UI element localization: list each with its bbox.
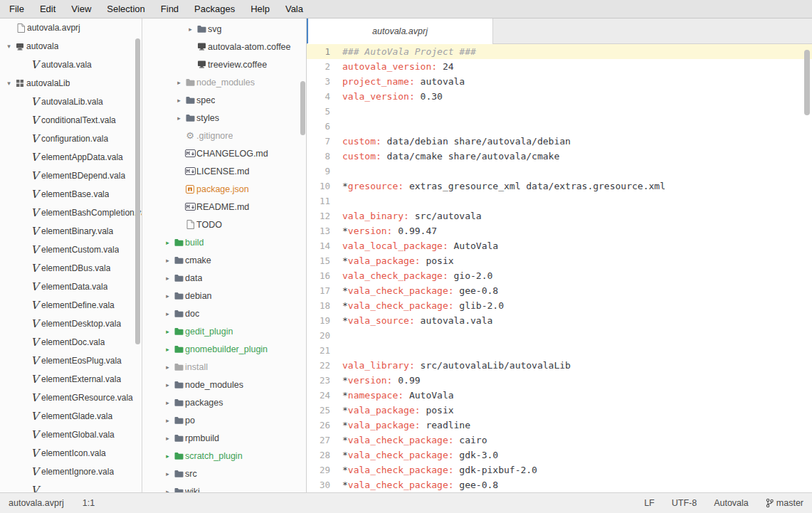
line-number[interactable]: 23 [307,373,342,388]
line-number[interactable]: 10 [307,179,342,194]
tree-item-autovala-atom.coffee[interactable]: autovala-atom.coffee [142,38,306,55]
editor-scrollbar[interactable] [804,50,810,115]
line-number[interactable]: 24 [307,388,342,403]
code-line-3[interactable]: 3project_name: autovala [307,74,812,89]
tree-item-doc[interactable]: ▸doc [142,305,306,322]
chevron-right-icon[interactable]: ▸ [163,381,172,388]
line-number[interactable]: 4 [307,89,342,104]
symbols-item-elementAppData.vala[interactable]: VelementAppData.vala [0,148,142,166]
tree-item-README.md[interactable]: README.md [142,198,306,216]
symbols-item-elementCustom.vala[interactable]: VelementCustom.vala [0,240,142,259]
chevron-right-icon[interactable]: ▸ [186,26,195,33]
code-line-13[interactable]: 13*version: 0.99.47 [307,223,812,238]
symbols-item-autovala.vala[interactable]: Vautovala.vala [0,55,142,74]
chevron-right-icon[interactable]: ▸ [163,417,172,424]
code-line-17[interactable]: 17*vala_check_package: gee-0.8 [307,283,812,298]
menu-edit[interactable]: Edit [32,0,63,18]
symbols-item-autovala.avprj[interactable]: autovala.avprj [0,18,142,37]
status-file-name[interactable]: autovala.avprj [9,498,64,508]
code-line-2[interactable]: 2autovala_version: 24 [307,59,812,74]
symbols-item-elementBase.vala[interactable]: VelementBase.vala [0,185,142,203]
tree-item-package.json[interactable]: package.json [142,180,306,198]
tree-item-packages[interactable]: ▸packages [142,393,306,411]
symbols-item-elementBDepend.vala[interactable]: VelementBDepend.vala [0,166,142,185]
code-line-21[interactable]: 21 [307,343,812,358]
tree-item-cmake[interactable]: ▸cmake [142,251,306,269]
symbols-item-elementIgnore.vala[interactable]: VelementIgnore.vala [0,462,142,481]
symbols-item-elementDesktop.vala[interactable]: VelementDesktop.vala [0,314,142,333]
line-number[interactable]: 8 [307,149,342,164]
tree-item-po[interactable]: ▸po [142,411,306,429]
chevron-right-icon[interactable]: ▸ [163,346,172,353]
line-number[interactable]: 20 [307,328,342,343]
tree-item-node_modules[interactable]: ▸node_modules [142,73,306,91]
code-line-9[interactable]: 9 [307,164,812,179]
code-line-8[interactable]: 8custom: data/cmake share/autovala/cmake [307,149,812,164]
tree-item-src[interactable]: ▸src [142,465,306,482]
tab-autovala-avprj[interactable]: autovala.avprj [307,18,493,44]
symbols-panel-scrollbar[interactable] [135,38,140,344]
tree-item-LICENSE.md[interactable]: LICENSE.md [142,162,306,180]
status-git-branch[interactable]: master [766,498,803,508]
chevron-right-icon[interactable]: ▸ [174,97,184,104]
symbols-item-elementIcon.vala[interactable]: VelementIcon.vala [0,444,142,462]
chevron-right-icon[interactable]: ▸ [163,364,172,371]
line-number[interactable]: 26 [307,418,342,433]
code-line-19[interactable]: 19*vala_source: autovala.vala [307,313,812,328]
symbols-item-elementData.vala[interactable]: VelementData.vala [0,277,142,296]
line-number[interactable]: 18 [307,298,342,313]
line-number[interactable]: 1 [307,44,342,59]
menu-file[interactable]: File [1,0,32,18]
tree-item-treeview.coffee[interactable]: treeview.coffee [142,55,306,73]
chevron-right-icon[interactable]: ▸ [163,275,172,282]
code-line-27[interactable]: 27*vala_check_package: cairo [307,433,812,448]
code-line-11[interactable]: 11 [307,194,812,208]
code-line-12[interactable]: 12vala_binary: src/autovala [307,208,812,223]
line-number[interactable]: 16 [307,268,342,283]
code-line-28[interactable]: 28*vala_check_package: gdk-3.0 [307,448,812,462]
line-number[interactable]: 29 [307,462,342,477]
line-number[interactable]: 12 [307,208,342,223]
symbols-item-elementBashCompletion.vala[interactable]: VelementBashCompletion.vala [0,203,142,222]
code-line-16[interactable]: 16vala_check_package: gio-2.0 [307,268,812,283]
line-number[interactable]: 28 [307,448,342,462]
menu-selection[interactable]: Selection [99,0,152,18]
chevron-right-icon[interactable]: ▸ [163,435,172,442]
code-line-15[interactable]: 15*vala_package: posix [307,253,812,268]
line-number[interactable]: 2 [307,59,342,74]
symbols-item-conditionalText.vala[interactable]: VconditionalText.vala [0,111,142,129]
tree-item-CHANGELOG.md[interactable]: CHANGELOG.md [142,144,306,162]
code-line-10[interactable]: 10*gresource: extras_gresource_xml data/… [307,179,812,194]
status-line-ending[interactable]: LF [644,498,655,508]
chevron-down-icon[interactable]: ▾ [4,43,14,50]
chevron-right-icon[interactable]: ▸ [174,115,184,122]
code-line-18[interactable]: 18*vala_check_package: glib-2.0 [307,298,812,313]
code-line-6[interactable]: 6 [307,119,812,134]
tree-panel-scrollbar[interactable] [300,81,305,135]
tree-item-.gitignore[interactable]: ⚙.gitignore [142,127,306,144]
tree-item-svg[interactable]: ▸svg [142,20,306,38]
tree-item-node_modules[interactable]: ▸node_modules [142,376,306,393]
code-line-20[interactable]: 20 [307,328,812,343]
symbols-item-elementBinary.vala[interactable]: VelementBinary.vala [0,222,142,240]
code-line-14[interactable]: 14vala_local_package: AutoVala [307,238,812,253]
menu-view[interactable]: View [63,0,99,18]
code-line-4[interactable]: 4vala_version: 0.30 [307,89,812,104]
tree-item-rpmbuild[interactable]: ▸rpmbuild [142,429,306,447]
line-number[interactable]: 11 [307,194,342,208]
code-line-24[interactable]: 24*namespace: AutoVala [307,388,812,403]
tree-item-debian[interactable]: ▸debian [142,287,306,305]
menu-find[interactable]: Find [153,0,186,18]
chevron-right-icon[interactable]: ▸ [163,399,172,406]
code-line-5[interactable]: 5 [307,104,812,119]
chevron-right-icon[interactable]: ▸ [163,453,172,460]
tree-item-TODO[interactable]: TODO [142,216,306,233]
line-number[interactable]: 14 [307,238,342,253]
line-number[interactable]: 15 [307,253,342,268]
line-number[interactable]: 6 [307,119,342,134]
status-cursor-position[interactable]: 1:1 [83,498,95,508]
menu-packages[interactable]: Packages [186,0,243,18]
chevron-right-icon[interactable]: ▸ [163,292,172,300]
code-line-25[interactable]: 25*vala_package: posix [307,403,812,418]
code-line-7[interactable]: 7custom: data/debian share/autovala/debi… [307,134,812,149]
